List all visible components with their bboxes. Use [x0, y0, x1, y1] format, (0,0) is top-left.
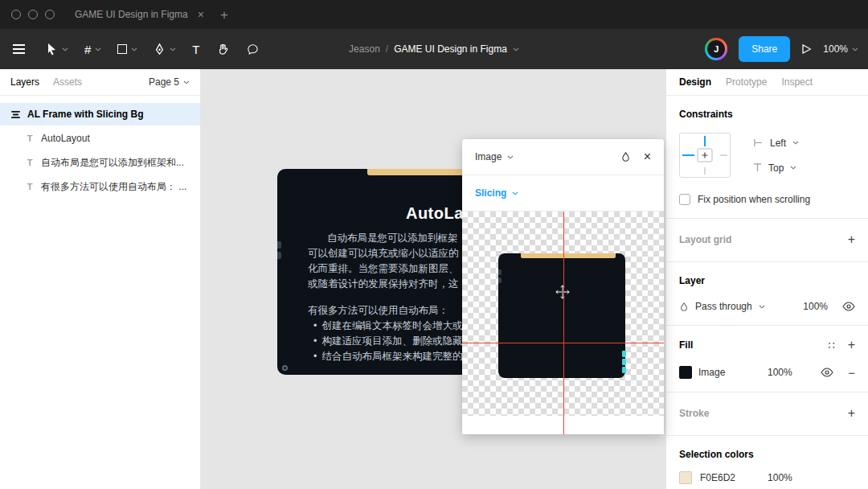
fill-type-label[interactable]: Image [698, 367, 761, 378]
preview-cyan-mark [622, 367, 626, 373]
constraint-left-tick[interactable] [682, 154, 694, 156]
tab-close-icon[interactable]: × [198, 9, 204, 20]
breadcrumb-user[interactable]: Jeason [349, 43, 380, 55]
constraint-bottom-tick[interactable] [704, 167, 706, 175]
eye-icon[interactable] [842, 302, 855, 311]
layout-grid-title: Layout grid [679, 234, 731, 245]
chevron-down-icon[interactable] [759, 305, 765, 309]
main-menu-button[interactable] [0, 29, 37, 69]
page-selector-label: Page 5 [149, 76, 179, 88]
layer-section-title: Layer [679, 275, 855, 286]
hamburger-icon [13, 48, 25, 50]
layer-row-text[interactable]: T AutoLayout [0, 127, 200, 150]
share-button[interactable]: Share [739, 36, 790, 62]
zoom-control[interactable]: 100% [823, 43, 858, 55]
window-tab-bar: GAME UI Design in Figma × + [0, 0, 868, 29]
selection-colors-section: Selection colors F0E6D2 100% [666, 436, 868, 489]
add-stroke-icon[interactable]: + [848, 407, 855, 420]
vertical-constraint-dropdown[interactable]: Top [753, 162, 799, 174]
layers-panel-header: Layers Assets Page 5 [0, 69, 200, 96]
hand-tool-button[interactable] [208, 29, 238, 69]
selection-color-row: F0E6D2 100% [679, 471, 855, 484]
layer-row-frame[interactable]: AL Frame with Slicing Bg [0, 103, 200, 125]
remove-fill-icon[interactable]: − [848, 367, 855, 379]
close-icon[interactable]: × [644, 150, 651, 163]
comment-tool-button[interactable] [238, 29, 268, 69]
text-layer-icon: T [25, 134, 35, 143]
tab-design[interactable]: Design [679, 76, 711, 88]
chevron-down-icon[interactable] [62, 47, 68, 51]
layer-row-text[interactable]: T 有很多方法可以使用自动布局： ... [0, 175, 200, 198]
fill-section-title: Fill [679, 339, 693, 351]
slicing-mode-dropdown[interactable]: Slicing [475, 187, 518, 199]
file-title[interactable]: GAME UI Design in Figma [394, 43, 507, 55]
card-bullet: 创建在编辑文本标签时会增大或 [321, 318, 462, 334]
fix-position-checkbox[interactable] [679, 194, 690, 205]
pen-tool-button[interactable] [145, 29, 184, 69]
window-maximize-button[interactable] [45, 10, 55, 19]
chevron-down-icon [183, 80, 190, 84]
constraints-section: Constraints Left [666, 96, 868, 218]
chevron-down-icon[interactable] [170, 47, 176, 51]
fill-opacity-input[interactable]: 100% [768, 367, 792, 378]
shape-tool-button[interactable] [109, 29, 145, 69]
window-minimize-button[interactable] [28, 10, 38, 19]
layer-row-text[interactable]: T 自动布局是您可以添加到框架和... [0, 151, 200, 174]
constraint-top-tick[interactable] [704, 136, 706, 146]
chevron-down-icon [790, 166, 796, 170]
tab-inspect[interactable]: Inspect [781, 76, 813, 88]
breadcrumb-separator: / [386, 43, 388, 55]
tab-assets[interactable]: Assets [53, 76, 82, 88]
avatar[interactable]: J [705, 38, 727, 60]
chevron-down-icon[interactable] [131, 47, 137, 51]
move-tool-button[interactable] [37, 29, 76, 69]
styles-icon[interactable]: ∷ [828, 339, 834, 351]
slice-guide-vertical[interactable] [563, 212, 564, 434]
horizontal-constraint-dropdown[interactable]: Left [753, 138, 799, 149]
constraint-center-box[interactable] [698, 149, 713, 162]
text-layer-icon: T [25, 182, 35, 191]
new-tab-icon[interactable]: + [220, 8, 228, 22]
blend-mode-value[interactable]: Pass through [695, 301, 752, 312]
page-selector[interactable]: Page 5 [149, 76, 190, 88]
fill-row: Image 100% − [679, 366, 855, 379]
selection-color-hex[interactable]: F0E6D2 [700, 472, 735, 483]
selection-color-opacity[interactable]: 100% [768, 472, 792, 483]
text-tool-button[interactable]: T [184, 29, 207, 69]
blend-mode-icon[interactable] [620, 151, 631, 162]
frame-tool-button[interactable]: # [76, 29, 109, 69]
present-icon[interactable] [801, 43, 812, 55]
rectangle-tool-icon [117, 44, 127, 54]
card-corner-ring [282, 365, 288, 371]
horizontal-constraint-icon [753, 138, 764, 147]
card-bullet: 构建适应项目添加、删除或隐藏 [321, 334, 462, 349]
layer-opacity-input[interactable]: 100% [803, 301, 828, 312]
slice-guide-horizontal[interactable] [462, 343, 664, 343]
layers-panel: Layers Assets Page 5 AL Frame with Slici… [0, 69, 201, 489]
text-tool-icon: T [192, 43, 199, 56]
fill-color-swatch[interactable] [679, 366, 692, 379]
image-panel-title: Image [475, 151, 502, 162]
window-close-button[interactable] [11, 10, 21, 19]
fix-position-row[interactable]: Fix position when scrolling [679, 194, 855, 205]
chevron-down-icon [512, 191, 518, 195]
add-layout-grid-icon[interactable]: + [848, 233, 855, 246]
preview-cyan-mark [622, 351, 626, 357]
fill-section: Fill ∷ + Image 100% − [666, 326, 868, 392]
design-panel-tabs: Design Prototype Inspect [666, 69, 868, 96]
layer-name: 有很多方法可以使用自动布局： ... [41, 180, 193, 194]
chevron-down-icon[interactable] [95, 47, 101, 51]
browser-tab-title[interactable]: GAME UI Design in Figma [75, 9, 188, 20]
constraints-widget[interactable] [679, 133, 731, 178]
preview-edge-notch [498, 277, 502, 283]
zoom-level: 100% [823, 43, 848, 55]
constraint-right-tick[interactable] [720, 154, 727, 156]
selection-color-swatch[interactable] [679, 471, 692, 484]
tab-prototype[interactable]: Prototype [726, 76, 767, 88]
chevron-down-icon[interactable] [513, 47, 519, 51]
chevron-down-icon [792, 141, 799, 145]
add-fill-icon[interactable]: + [848, 339, 855, 351]
tab-layers[interactable]: Layers [10, 76, 39, 88]
eye-icon[interactable] [821, 368, 833, 377]
image-type-dropdown[interactable]: Image [475, 151, 514, 162]
